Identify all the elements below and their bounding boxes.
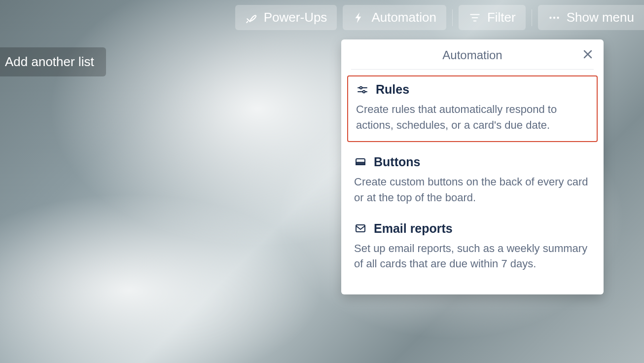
item-title: Email reports xyxy=(374,221,453,236)
filter-button[interactable]: Filter xyxy=(459,5,526,30)
svg-rect-13 xyxy=(356,162,365,165)
toolbar-divider xyxy=(452,9,453,26)
toolbar-divider xyxy=(532,9,532,26)
add-list-label: Add another list xyxy=(5,54,94,69)
panel-header: Automation xyxy=(341,39,604,69)
board-toolbar: Power-Ups Automation Filter Show menu xyxy=(235,5,644,30)
envelope-icon xyxy=(354,222,367,235)
svg-point-5 xyxy=(557,16,559,18)
filter-icon xyxy=(468,11,481,24)
item-title: Buttons xyxy=(374,155,420,169)
power-ups-button[interactable]: Power-Ups xyxy=(235,5,337,30)
show-menu-button[interactable]: Show menu xyxy=(538,5,644,30)
svg-point-11 xyxy=(363,90,365,92)
item-description: Create custom buttons on the back of eve… xyxy=(354,174,591,206)
panel-title: Automation xyxy=(442,48,502,62)
card-icon xyxy=(354,155,367,168)
close-icon xyxy=(582,48,594,60)
filter-label: Filter xyxy=(487,10,516,25)
power-ups-label: Power-Ups xyxy=(264,10,327,25)
svg-point-4 xyxy=(553,16,555,18)
svg-point-9 xyxy=(360,86,362,88)
add-list-button[interactable]: Add another list xyxy=(0,47,106,76)
ellipsis-icon xyxy=(548,11,561,24)
automation-button[interactable]: Automation xyxy=(343,5,446,30)
lightning-icon xyxy=(353,11,365,24)
svg-rect-14 xyxy=(356,225,365,232)
item-description: Set up email reports, such as a weekly s… xyxy=(354,241,591,272)
item-description: Create rules that automatically respond … xyxy=(356,102,589,133)
svg-point-3 xyxy=(549,16,551,18)
item-head: Rules xyxy=(356,82,589,97)
automation-panel: Automation Rules Create rules that autom… xyxy=(341,39,604,294)
item-title: Rules xyxy=(376,82,409,97)
rocket-icon xyxy=(245,11,258,24)
sliders-icon xyxy=(356,83,369,96)
panel-close-button[interactable] xyxy=(582,48,594,60)
automation-label: Automation xyxy=(371,10,436,25)
automation-item-buttons[interactable]: Buttons Create custom buttons on the bac… xyxy=(345,148,600,215)
item-head: Email reports xyxy=(354,221,591,236)
show-menu-label: Show menu xyxy=(567,10,634,25)
item-head: Buttons xyxy=(354,155,591,169)
panel-body: Rules Create rules that automatically re… xyxy=(341,70,604,281)
automation-item-email-reports[interactable]: Email reports Set up email reports, such… xyxy=(345,215,600,281)
automation-item-rules[interactable]: Rules Create rules that automatically re… xyxy=(347,75,598,142)
